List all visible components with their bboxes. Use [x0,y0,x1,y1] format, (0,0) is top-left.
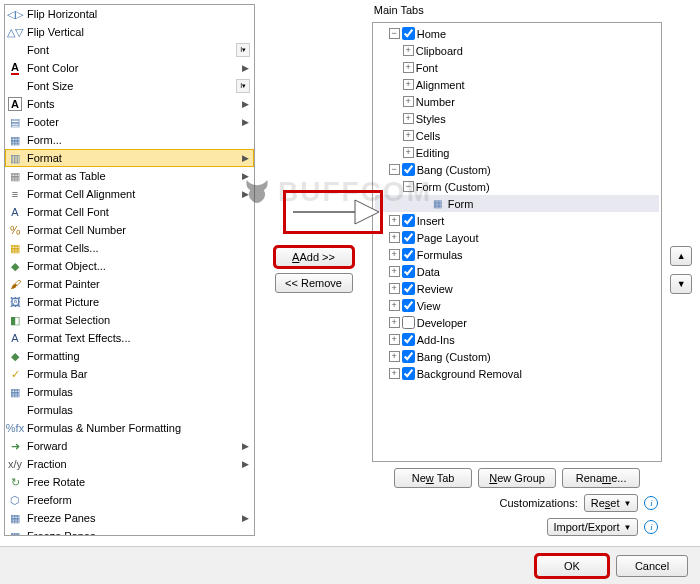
tab-checkbox[interactable] [402,265,415,278]
move-up-button[interactable]: ▲ [670,246,692,266]
command-item[interactable]: ▦Freeze Panes▶ [5,509,254,527]
tree-tab-item[interactable]: +View [375,297,660,314]
expand-icon[interactable]: + [389,317,400,328]
tree-tab-item[interactable]: +Review [375,280,660,297]
tree-group-item[interactable]: +Clipboard [375,42,660,59]
tab-checkbox[interactable] [402,333,415,346]
expand-icon[interactable]: + [403,79,414,90]
info-icon[interactable]: i [644,520,658,534]
command-item[interactable]: Formulas [5,401,254,419]
command-item[interactable]: ▥Format▶ [5,149,254,167]
new-tab-button[interactable]: New Tab [394,468,472,488]
tree-tab-item[interactable]: +Page Layout [375,229,660,246]
command-item[interactable]: ≡Format Cell Alignment▶ [5,185,254,203]
reset-button[interactable]: Reset▼ [584,494,639,512]
collapse-icon[interactable]: − [403,181,414,192]
tree-tab-item[interactable]: −Bang (Custom) [375,161,660,178]
command-item[interactable]: 🖌Format Painter [5,275,254,293]
command-item[interactable]: ◁▷Flip Horizontal [5,5,254,23]
tab-checkbox[interactable] [402,350,415,363]
tree-group-item[interactable]: +Editing [375,144,660,161]
cancel-button[interactable]: Cancel [616,555,688,577]
tree-tab-item[interactable]: +Formulas [375,246,660,263]
tree-command-item[interactable]: ▦Form [375,195,660,212]
command-item[interactable]: FontI▾ [5,41,254,59]
tab-checkbox[interactable] [402,282,415,295]
command-item[interactable]: ↻Free Rotate [5,473,254,491]
tree-tab-item[interactable]: +Bang (Custom) [375,348,660,365]
tree-tab-item[interactable]: +Data [375,263,660,280]
command-item[interactable]: △▽Flip Vertical [5,23,254,41]
collapse-icon[interactable]: − [389,28,400,39]
add-button[interactable]: AAdd >> [275,247,353,267]
tab-checkbox[interactable] [402,248,415,261]
tree-tab-item[interactable]: +Insert [375,212,660,229]
info-icon[interactable]: i [644,496,658,510]
command-item[interactable]: x/yFraction▶ [5,455,254,473]
tab-checkbox[interactable] [402,214,415,227]
collapse-icon[interactable]: − [389,164,400,175]
expand-icon[interactable]: + [403,62,414,73]
command-item[interactable]: AFormat Text Effects... [5,329,254,347]
command-item[interactable]: ▦Freeze Panes [5,527,254,536]
tab-checkbox[interactable] [402,231,415,244]
expand-icon[interactable]: + [403,147,414,158]
expand-icon[interactable]: + [389,266,400,277]
expand-icon[interactable]: + [389,215,400,226]
command-item[interactable]: ⁰⁄₀Format Cell Number [5,221,254,239]
command-item[interactable]: AFonts▶ [5,95,254,113]
tree-group-item[interactable]: +Cells [375,127,660,144]
tab-checkbox[interactable] [402,316,415,329]
command-item[interactable]: AFormat Cell Font [5,203,254,221]
tree-group-item[interactable]: −Form (Custom) [375,178,660,195]
command-item[interactable]: Font SizeI▾ [5,77,254,95]
command-item[interactable]: ⬡Freeform [5,491,254,509]
expand-icon[interactable]: + [389,249,400,260]
tree-tab-item[interactable]: +Background Removal [375,365,660,382]
command-item[interactable]: 🖼Format Picture [5,293,254,311]
commands-list[interactable]: ◁▷Flip Horizontal△▽Flip VerticalFontI▾AF… [4,4,255,536]
expand-icon[interactable]: + [403,130,414,141]
tree-tab-item[interactable]: +Add-Ins [375,331,660,348]
ok-button[interactable]: OK [536,555,608,577]
command-item[interactable]: ◆Formatting [5,347,254,365]
expand-icon[interactable]: + [403,96,414,107]
move-down-button[interactable]: ▼ [670,274,692,294]
expand-icon[interactable]: + [389,283,400,294]
expand-icon[interactable]: + [389,368,400,379]
tree-tab-item[interactable]: +Developer [375,314,660,331]
import-export-button[interactable]: Import/Export▼ [547,518,639,536]
command-item[interactable]: ▦Format Cells... [5,239,254,257]
command-item[interactable]: ▤Footer▶ [5,113,254,131]
command-item[interactable]: AFont Color▶ [5,59,254,77]
expand-icon[interactable]: + [389,351,400,362]
tab-checkbox[interactable] [402,367,415,380]
expand-icon[interactable]: + [389,232,400,243]
dialog-footer: OK Cancel [0,546,700,584]
tab-checkbox[interactable] [402,27,415,40]
tab-checkbox[interactable] [402,299,415,312]
tree-group-item[interactable]: +Styles [375,110,660,127]
command-item[interactable]: ➜Forward▶ [5,437,254,455]
command-item[interactable]: ▦Formulas [5,383,254,401]
remove-button[interactable]: << Remove [275,273,353,293]
command-item[interactable]: ◧Format Selection [5,311,254,329]
tree-group-item[interactable]: +Font [375,59,660,76]
command-label: Format Picture [27,296,252,308]
new-group-button[interactable]: New Group [478,468,556,488]
expand-icon[interactable]: + [403,113,414,124]
command-item[interactable]: ◆Format Object... [5,257,254,275]
tree-group-item[interactable]: +Number [375,93,660,110]
rename-button[interactable]: Rename... [562,468,640,488]
command-item[interactable]: %fxFormulas & Number Formatting [5,419,254,437]
command-item[interactable]: ▦Format as Table▶ [5,167,254,185]
tabs-tree[interactable]: −Home+Clipboard+Font+Alignment+Number+St… [372,22,663,462]
command-item[interactable]: ▦Form... [5,131,254,149]
command-item[interactable]: ✓Formula Bar [5,365,254,383]
expand-icon[interactable]: + [389,300,400,311]
expand-icon[interactable]: + [403,45,414,56]
expand-icon[interactable]: + [389,334,400,345]
tree-tab-item[interactable]: −Home [375,25,660,42]
tab-checkbox[interactable] [402,163,415,176]
tree-group-item[interactable]: +Alignment [375,76,660,93]
